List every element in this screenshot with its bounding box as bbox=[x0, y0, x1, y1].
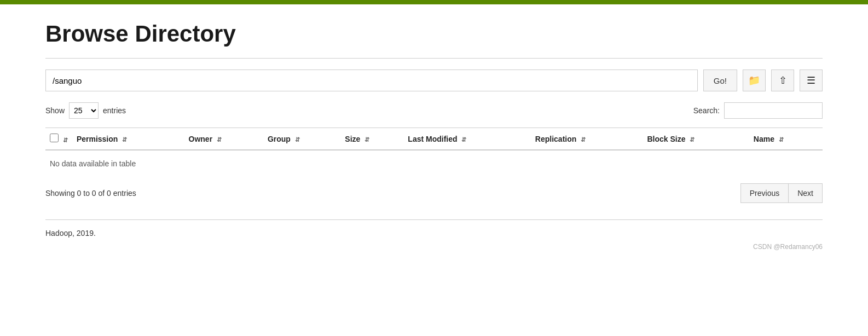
upload-icon-button[interactable]: ⇧ bbox=[771, 69, 794, 91]
col-replication[interactable]: Replication ⇵ bbox=[531, 128, 643, 150]
sort-icon-permission: ⇵ bbox=[122, 136, 127, 143]
no-data-cell: No data available in table bbox=[45, 150, 823, 177]
watermark: CSDN @Redamancy06 bbox=[45, 243, 823, 251]
go-button[interactable]: Go! bbox=[703, 69, 737, 91]
upload-icon: ⇧ bbox=[779, 74, 787, 86]
col-replication-label: Replication bbox=[535, 135, 576, 143]
search-input[interactable] bbox=[724, 102, 823, 119]
sort-icon-name: ⇵ bbox=[779, 136, 784, 143]
search-label: Search: bbox=[693, 106, 720, 115]
divider-top bbox=[45, 58, 823, 59]
footer-divider bbox=[45, 219, 823, 220]
path-row: Go! 📁 ⇧ ☰ bbox=[45, 69, 823, 91]
folder-icon-button[interactable]: 📁 bbox=[743, 69, 766, 91]
col-last-modified-label: Last Modified bbox=[408, 135, 457, 143]
col-permission-label: Permission bbox=[77, 135, 118, 143]
col-name-label: Name bbox=[754, 135, 774, 143]
sort-icon-block-size: ⇵ bbox=[690, 136, 695, 143]
directory-table: ⇵ Permission ⇵ Owner ⇵ Group ⇵ bbox=[45, 128, 823, 177]
footer-text: Hadoop, 2019. bbox=[45, 229, 823, 237]
table-header-row: ⇵ Permission ⇵ Owner ⇵ Group ⇵ bbox=[45, 128, 823, 150]
col-permission[interactable]: Permission ⇵ bbox=[72, 128, 184, 150]
previous-button[interactable]: Previous bbox=[740, 183, 788, 203]
sort-icon-checkbox: ⇵ bbox=[63, 137, 68, 144]
no-data-row: No data available in table bbox=[45, 150, 823, 177]
sort-icon-owner: ⇵ bbox=[217, 136, 222, 143]
bottom-row: Showing 0 to 0 of 0 entries Previous Nex… bbox=[45, 183, 823, 203]
entries-select[interactable]: 10 25 50 100 bbox=[69, 102, 99, 119]
list-icon: ☰ bbox=[807, 74, 815, 86]
table-wrapper: ⇵ Permission ⇵ Owner ⇵ Group ⇵ bbox=[45, 128, 823, 177]
next-button[interactable]: Next bbox=[788, 183, 823, 203]
sort-icon-group: ⇵ bbox=[295, 136, 300, 143]
controls-row: Show 10 25 50 100 entries Search: bbox=[45, 102, 823, 119]
col-size-label: Size bbox=[345, 135, 360, 143]
col-name[interactable]: Name ⇵ bbox=[749, 128, 823, 150]
select-all-checkbox[interactable] bbox=[50, 134, 59, 142]
folder-icon: 📁 bbox=[748, 74, 760, 86]
col-block-size-label: Block Size bbox=[647, 135, 685, 143]
entries-label: entries bbox=[103, 106, 126, 115]
col-owner-label: Owner bbox=[189, 135, 213, 143]
sort-icon-replication: ⇵ bbox=[581, 136, 586, 143]
show-entries-control: Show 10 25 50 100 entries bbox=[45, 102, 126, 119]
col-size[interactable]: Size ⇵ bbox=[340, 128, 403, 150]
col-last-modified[interactable]: Last Modified ⇵ bbox=[403, 128, 531, 150]
col-group[interactable]: Group ⇵ bbox=[263, 128, 340, 150]
showing-info: Showing 0 to 0 of 0 entries bbox=[45, 189, 136, 198]
top-bar bbox=[0, 0, 868, 4]
page-title: Browse Directory bbox=[45, 4, 823, 58]
col-group-label: Group bbox=[268, 135, 291, 143]
show-label: Show bbox=[45, 106, 65, 115]
select-all-col: ⇵ bbox=[45, 128, 72, 150]
col-block-size[interactable]: Block Size ⇵ bbox=[643, 128, 749, 150]
col-owner[interactable]: Owner ⇵ bbox=[184, 128, 263, 150]
path-input[interactable] bbox=[45, 69, 698, 91]
page-container: Browse Directory Go! 📁 ⇧ ☰ Show 10 25 50… bbox=[13, 4, 855, 273]
pagination: Previous Next bbox=[740, 183, 823, 203]
list-icon-button[interactable]: ☰ bbox=[800, 69, 823, 91]
search-box: Search: bbox=[693, 102, 823, 119]
sort-icon-last-modified: ⇵ bbox=[461, 136, 466, 143]
sort-icon-size: ⇵ bbox=[364, 136, 369, 143]
